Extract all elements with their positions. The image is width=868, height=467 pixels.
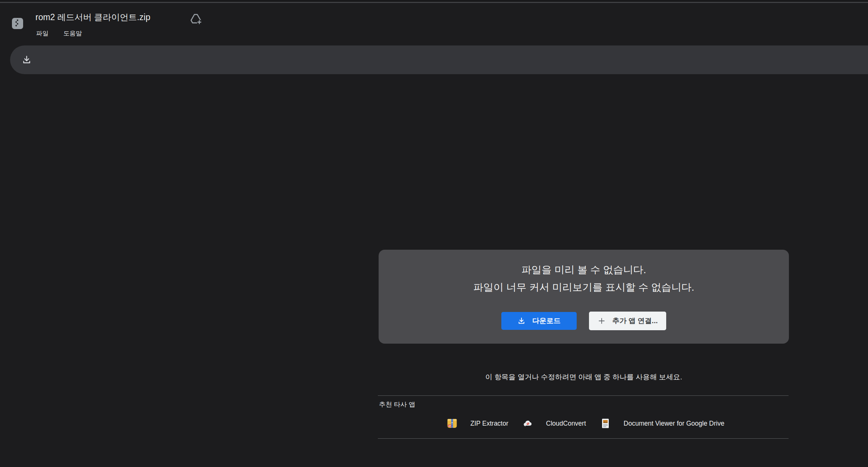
app-item-document-viewer[interactable]: Document Viewer for Google Drive — [601, 419, 724, 428]
menubar: 파일 도움말 — [35, 28, 83, 38]
app-name: Document Viewer for Google Drive — [624, 420, 724, 427]
add-to-drive-icon[interactable] — [189, 12, 202, 25]
menu-help[interactable]: 도움말 — [63, 28, 83, 38]
dialog-message-line2: 파일이 너무 커서 미리보기를 표시할 수 없습니다. — [379, 281, 789, 294]
suggested-apps-label: 추천 타사 앱 — [379, 400, 415, 409]
download-icon — [22, 55, 32, 65]
connect-apps-button[interactable]: 추가 앱 연결... — [589, 312, 666, 330]
suggested-apps-row: ZIP ZIP Extractor CloudConvert — [447, 417, 724, 429]
dialog-buttons-row: 다운로드 추가 앱 연결... — [379, 312, 789, 330]
zip-extractor-icon: ZIP — [447, 419, 457, 428]
open-with-helper-text: 이 항목을 열거나 수정하려면 아래 앱 중 하나를 사용해 보세요. — [379, 372, 789, 382]
preview-toolbar — [10, 45, 868, 74]
app-name: CloudConvert — [546, 420, 586, 427]
cloudconvert-icon — [523, 419, 533, 428]
download-icon — [517, 317, 526, 325]
top-divider-line — [0, 2, 868, 3]
svg-text:ZIP: ZIP — [448, 425, 451, 427]
menu-file[interactable]: 파일 — [35, 28, 49, 38]
download-button-label: 다운로드 — [532, 316, 561, 326]
suggested-apps-divider-bottom — [378, 438, 789, 439]
dialog-message-line1: 파일을 미리 볼 수 없습니다. — [379, 263, 789, 277]
connect-apps-button-label: 추가 앱 연결... — [612, 316, 658, 326]
download-button[interactable]: 다운로드 — [501, 312, 577, 330]
zip-file-icon — [12, 18, 23, 29]
app-item-cloudconvert[interactable]: CloudConvert — [523, 419, 586, 428]
document-viewer-icon — [601, 419, 610, 428]
preview-unavailable-dialog: 파일을 미리 볼 수 없습니다. 파일이 너무 커서 미리보기를 표시할 수 없… — [379, 250, 789, 344]
toolbar-download-button[interactable] — [18, 51, 35, 69]
plus-icon — [598, 317, 606, 325]
app-name: ZIP Extractor — [470, 420, 508, 427]
document-title: rom2 레드서버 클라이언트.zip — [35, 11, 150, 23]
app-item-zip-extractor[interactable]: ZIP ZIP Extractor — [447, 419, 508, 428]
suggested-apps-divider-top — [378, 395, 789, 396]
